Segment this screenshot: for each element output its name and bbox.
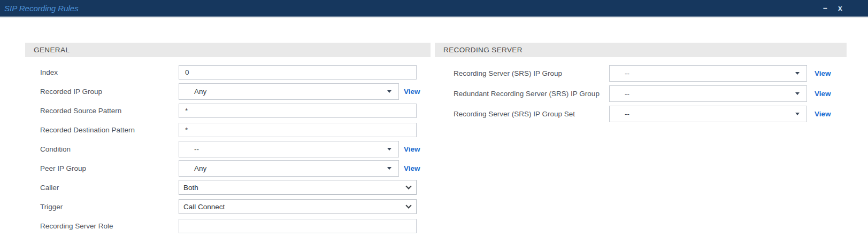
recorded-ip-group-view-link[interactable]: View bbox=[404, 88, 420, 96]
peer-ip-group-dropdown[interactable]: Any bbox=[179, 160, 399, 177]
field-label-redundant-recording-server-srs-ip-group: Redundant Recording Server (SRS) IP Grou… bbox=[454, 90, 609, 98]
general-fields: IndexRecorded IP GroupAnyViewRecorded So… bbox=[25, 57, 431, 235]
recording-server-srs-ip-group-dropdown[interactable]: -- bbox=[609, 65, 807, 82]
chevron-down-icon bbox=[405, 183, 411, 189]
field-row-condition: Condition--View bbox=[40, 139, 431, 159]
field-row-recorded-ip-group: Recorded IP GroupAnyView bbox=[40, 82, 431, 101]
field-row-caller: CallerBoth bbox=[40, 178, 431, 197]
trigger-select-value: Call Connect bbox=[179, 203, 406, 211]
field-label-recording-server-srs-ip-group-set: Recording Server (SRS) IP Group Set bbox=[454, 110, 609, 118]
condition-dropdown[interactable]: -- bbox=[179, 141, 399, 157]
field-label-recorded-destination-pattern: Recorded Destination Pattern bbox=[40, 126, 179, 134]
close-icon[interactable]: x bbox=[836, 0, 844, 17]
field-row-index: Index bbox=[40, 62, 431, 82]
minimize-icon[interactable]: – bbox=[821, 0, 829, 17]
caller-select-value: Both bbox=[179, 184, 406, 192]
redundant-recording-server-srs-ip-group-dropdown-value: -- bbox=[610, 90, 795, 98]
field-row-recorded-source-pattern: Recorded Source Pattern bbox=[40, 101, 431, 120]
field-label-peer-ip-group: Peer IP Group bbox=[40, 164, 179, 172]
field-label-recorded-ip-group: Recorded IP Group bbox=[40, 88, 179, 96]
field-row-peer-ip-group: Peer IP GroupAnyView bbox=[40, 159, 431, 178]
caller-select[interactable]: Both bbox=[179, 180, 417, 195]
condition-dropdown-value: -- bbox=[179, 145, 387, 153]
recording-server-srs-ip-group-set-dropdown[interactable]: -- bbox=[609, 106, 807, 122]
field-row-recording-server-srs-ip-group: Recording Server (SRS) IP Group--View bbox=[454, 63, 847, 83]
recording-server-srs-ip-group-set-view-link[interactable]: View bbox=[815, 110, 831, 118]
index-input[interactable] bbox=[179, 65, 417, 80]
dropdown-arrow-icon bbox=[387, 90, 391, 93]
recorded-source-pattern-input[interactable] bbox=[179, 104, 417, 118]
recorded-ip-group-dropdown[interactable]: Any bbox=[179, 83, 399, 100]
recorded-destination-pattern-input[interactable] bbox=[179, 123, 417, 137]
recorded-ip-group-dropdown-value: Any bbox=[179, 88, 387, 96]
peer-ip-group-view-link[interactable]: View bbox=[404, 164, 420, 172]
recording-server-srs-ip-group-dropdown-value: -- bbox=[610, 69, 795, 77]
field-label-recording-server-srs-ip-group: Recording Server (SRS) IP Group bbox=[454, 69, 609, 77]
redundant-recording-server-srs-ip-group-dropdown[interactable]: -- bbox=[609, 85, 807, 102]
section-header-general: GENERAL bbox=[25, 43, 431, 57]
recording-server-role-input[interactable] bbox=[179, 219, 417, 233]
section-recording-server: RECORDING SERVER Recording Server (SRS) … bbox=[435, 43, 847, 124]
recording-server-srs-ip-group-view-link[interactable]: View bbox=[815, 69, 831, 77]
recording-server-fields: Recording Server (SRS) IP Group--ViewRed… bbox=[435, 57, 847, 124]
window-titlebar: SIP Recording Rules – x bbox=[0, 0, 868, 18]
peer-ip-group-dropdown-value: Any bbox=[179, 164, 387, 172]
trigger-select[interactable]: Call Connect bbox=[179, 199, 417, 214]
dropdown-arrow-icon bbox=[795, 72, 800, 75]
field-row-recorded-destination-pattern: Recorded Destination Pattern bbox=[40, 120, 431, 139]
dropdown-arrow-icon bbox=[387, 167, 391, 170]
field-row-recording-server-role: Recording Server Role bbox=[40, 216, 431, 235]
recording-server-srs-ip-group-set-dropdown-value: -- bbox=[610, 110, 795, 118]
dropdown-arrow-icon bbox=[795, 113, 800, 115]
field-label-recorded-source-pattern: Recorded Source Pattern bbox=[40, 107, 179, 115]
dropdown-arrow-icon bbox=[387, 148, 391, 151]
field-label-recording-server-role: Recording Server Role bbox=[40, 222, 179, 230]
field-row-redundant-recording-server-srs-ip-group: Redundant Recording Server (SRS) IP Grou… bbox=[454, 83, 847, 104]
field-label-trigger: Trigger bbox=[40, 203, 179, 211]
redundant-recording-server-srs-ip-group-view-link[interactable]: View bbox=[815, 90, 831, 98]
chevron-down-icon bbox=[405, 202, 411, 208]
field-row-recording-server-srs-ip-group-set: Recording Server (SRS) IP Group Set--Vie… bbox=[454, 104, 847, 124]
field-label-condition: Condition bbox=[40, 145, 179, 153]
window-title: SIP Recording Rules bbox=[4, 0, 79, 17]
field-label-index: Index bbox=[40, 68, 179, 76]
field-label-caller: Caller bbox=[40, 184, 179, 192]
condition-view-link[interactable]: View bbox=[404, 145, 420, 153]
section-header-recording-server: RECORDING SERVER bbox=[435, 43, 847, 57]
field-row-trigger: TriggerCall Connect bbox=[40, 197, 431, 216]
section-general: GENERAL IndexRecorded IP GroupAnyViewRec… bbox=[25, 43, 431, 235]
dropdown-arrow-icon bbox=[795, 92, 800, 95]
